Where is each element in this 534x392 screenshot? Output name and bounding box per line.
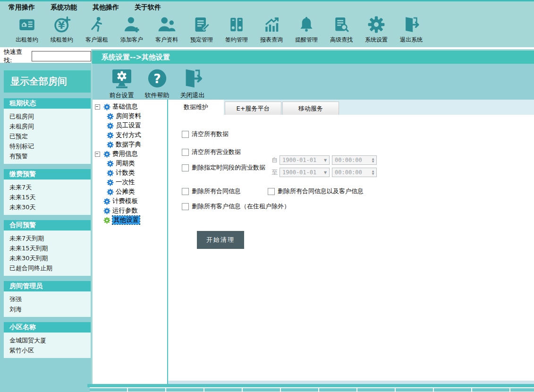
sidebar-item-community[interactable]: 金城国贸大厦 (4, 335, 91, 345)
tree-node-runtime-params[interactable]: 运行参数 (93, 206, 167, 215)
menu-bar: 常用操作 系统功能 其他操作 关于软件 (0, 1, 534, 14)
toolbar-label: 系统设置 (365, 36, 388, 44)
tree-node-label: 运行参数 (112, 206, 138, 215)
section-title: 小区名称 (4, 322, 91, 333)
tree-node-label: 公摊类 (116, 187, 135, 196)
software-help-button[interactable]: ? 软件帮助 (139, 67, 175, 100)
to-time-stepper[interactable]: 00:00:00 ▲▼ (332, 168, 377, 177)
show-all-rooms-button[interactable]: 显示全部房间 (4, 70, 91, 93)
system-settings-button[interactable]: 系统设置 (359, 14, 394, 44)
start-cleanup-button[interactable]: 开始清理 (197, 231, 244, 249)
delete-customers-row: 删除所有客户信息（在住租户除外） (182, 202, 290, 211)
sidebar-item-contract-overdue[interactable]: 已超合同终止期 (4, 263, 91, 273)
sidebar-item-rented-rooms[interactable]: 已租房间 (4, 111, 91, 121)
from-date-select[interactable]: 1900-01-01 ▼ (280, 155, 330, 165)
tree-node-fee-info[interactable]: 费用信息 (93, 149, 167, 159)
close-exit-button[interactable]: 关闭退出 (175, 67, 210, 100)
gear-icon (103, 103, 110, 111)
customer-info-button[interactable]: 客户资料 (149, 14, 184, 44)
to-date-select[interactable]: 1900-01-01 ▼ (280, 168, 330, 177)
tab-data-maintenance[interactable]: 数据维护 (168, 100, 224, 115)
menu-item-common-operations[interactable]: 常用操作 (8, 3, 35, 12)
rent-sign-button[interactable]: 出租签约 (9, 14, 44, 44)
main-toolbar: 出租签约 ¥ 续租签约 客户退租 添加客户 客户资料 (0, 14, 534, 47)
tree-node-room-data[interactable]: 房间资料 (93, 111, 167, 121)
toolbar-label: 报表查询 (260, 36, 283, 44)
reminder-manage-button[interactable]: 提醒管理 (289, 14, 324, 44)
sidebar-item-community[interactable]: 紫竹小区 (4, 345, 91, 355)
exit-system-button[interactable]: 退出系统 (394, 14, 429, 44)
tree-node-count-type[interactable]: 计数类 (93, 168, 167, 178)
advanced-search-button[interactable]: 高级查找 (324, 14, 359, 44)
rent-sign-icon (18, 14, 35, 35)
delete-contracts-checkbox[interactable] (182, 188, 189, 195)
close-exit-icon (182, 67, 203, 90)
menu-item-about-software[interactable]: 关于软件 (135, 3, 161, 12)
report-query-button[interactable]: 报表查询 (254, 14, 289, 44)
delete-customers-checkbox[interactable] (182, 203, 189, 210)
sidebar-item-unrented-rooms[interactable]: 未租房间 (4, 121, 91, 131)
quick-find-input[interactable] (32, 51, 91, 61)
delete-contracts-customers-row: 删除所有合同信息以及客户信息 (268, 187, 364, 196)
add-customer-icon (123, 14, 141, 35)
collapse-icon[interactable] (95, 104, 100, 110)
add-customer-button[interactable]: 添加客户 (114, 14, 149, 44)
booking-manage-button[interactable]: 预定管理 (184, 14, 219, 44)
range-to-label: 至 (271, 168, 278, 177)
menu-item-system-functions[interactable]: 系统功能 (51, 3, 77, 12)
tab-e-service-platform[interactable]: E+服务平台 (225, 102, 281, 115)
sidebar-item-next-15-days[interactable]: 未来15天 (4, 192, 91, 202)
gear-icon (107, 160, 114, 167)
customer-checkout-button[interactable]: 客户退租 (79, 14, 114, 44)
bottom-strip-blue (168, 381, 534, 384)
subtoolbar-label: 关闭退出 (180, 91, 205, 100)
sidebar-section-rent-status: 租期状态 已租房间 未租房间 已预定 特别标记 有预警 (4, 98, 91, 164)
tree-node-label: 计费模板 (112, 197, 138, 205)
sidebar-item-next-30-days[interactable]: 未来30天 (4, 202, 91, 212)
checkbox-label: 删除指定时间段的营业数据 (192, 163, 265, 172)
tree-node-payment-method[interactable]: 支付方式 (93, 130, 167, 140)
delete-contracts-customers-checkbox[interactable] (268, 188, 275, 195)
tree-node-billing-template[interactable]: 计费模板 (93, 196, 167, 206)
tree-node-label: 员工设置 (116, 121, 141, 130)
from-time-stepper[interactable]: 00:00:00 ▲▼ (332, 155, 377, 165)
sidebar-item-special-mark[interactable]: 特别标记 (4, 141, 91, 151)
checkbox-label: 清空所有营业数据 (192, 148, 241, 156)
quick-find-bar: 快速查找: (0, 49, 91, 63)
front-desk-settings-button[interactable]: 前台设置 (104, 67, 139, 100)
clear-all-data-row: 清空所有数据 (182, 130, 229, 138)
status-bar-segments (90, 388, 534, 392)
sidebar-item-next-7-days[interactable]: 未来7天 (4, 182, 91, 192)
gear-icon (107, 141, 114, 148)
menu-item-other-operations[interactable]: 其他操作 (93, 3, 119, 12)
tree-node-employee-settings[interactable]: 员工设置 (93, 121, 167, 130)
toolbar-label: 退出系统 (400, 36, 423, 44)
tree-node-one-time[interactable]: 一次性 (93, 178, 167, 187)
tab-mobile-service[interactable]: 移动服务 (282, 102, 339, 115)
tree-node-period-type[interactable]: 周期类 (93, 159, 167, 168)
sidebar-item-expire-15-days[interactable]: 未来15天到期 (4, 243, 91, 253)
toolbar-label: 预定管理 (190, 36, 213, 44)
tree-node-shared-type[interactable]: 公摊类 (93, 187, 167, 196)
sidebar-item-manager[interactable]: 张强 (4, 294, 91, 304)
checkbox-label: 删除所有客户信息（在住租户除外） (192, 202, 290, 211)
sidebar-item-manager[interactable]: 刘海 (4, 304, 91, 314)
sidebar-item-expire-30-days[interactable]: 未来30天到期 (4, 253, 91, 263)
svg-text:?: ? (153, 71, 161, 86)
clear-business-data-checkbox[interactable] (182, 149, 189, 156)
renew-lease-button[interactable]: ¥ 续租签约 (44, 14, 79, 44)
from-date-value: 1900-01-01 (282, 157, 316, 163)
clear-all-data-checkbox[interactable] (182, 131, 189, 138)
tree-node-other-settings[interactable]: 其他设置 (93, 215, 167, 225)
tree-node-basic-info[interactable]: 基础信息 (93, 102, 167, 111)
sidebar-item-expire-7-days[interactable]: 未来7天到期 (4, 233, 91, 243)
collapse-icon[interactable] (95, 152, 100, 157)
checkbox-label: 清空所有数据 (192, 130, 229, 138)
sidebar-item-has-warning[interactable]: 有预警 (4, 151, 91, 161)
gear-icon (103, 151, 110, 158)
tree-node-data-dictionary[interactable]: 数据字典 (93, 140, 167, 149)
delete-range-checkbox[interactable] (182, 164, 189, 171)
contract-manage-button[interactable]: 签约管理 (219, 14, 254, 44)
sidebar-item-reserved[interactable]: 已预定 (4, 131, 91, 141)
quick-find-label: 快速查找: (4, 48, 30, 65)
